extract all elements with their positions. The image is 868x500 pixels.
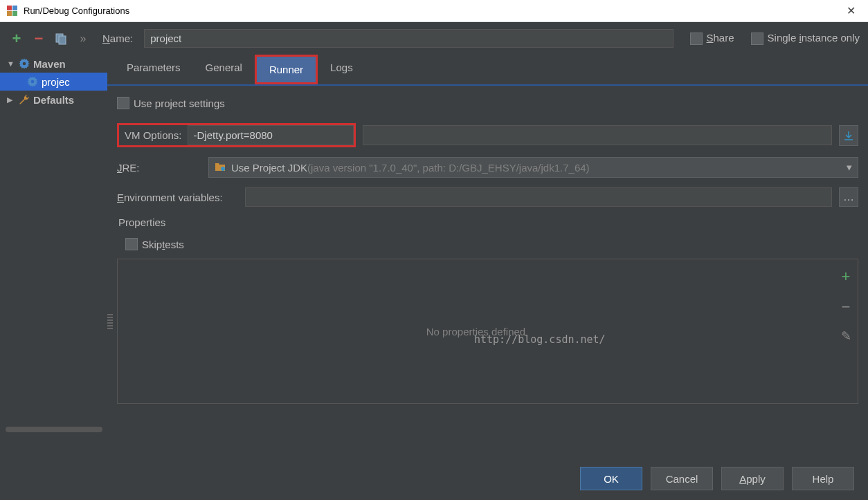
jre-value: Use Project JDK bbox=[231, 162, 307, 174]
app-icon bbox=[7, 6, 18, 17]
properties-empty-label: No properties defined bbox=[118, 259, 834, 403]
tab-logs[interactable]: Logs bbox=[318, 55, 365, 84]
tab-parameters[interactable]: Parameters bbox=[114, 55, 193, 84]
tab-bar: Parameters General Runner Logs bbox=[107, 55, 868, 86]
gear-icon bbox=[18, 57, 30, 70]
gear-icon bbox=[26, 75, 39, 88]
vm-options-label: VM Options: bbox=[119, 125, 188, 145]
copy-config-button[interactable] bbox=[53, 30, 69, 47]
svg-point-7 bbox=[31, 80, 35, 84]
ok-button[interactable]: OK bbox=[580, 467, 642, 490]
use-project-settings-checkbox[interactable]: Use project settings bbox=[117, 97, 858, 109]
chevron-right-icon: ▶ bbox=[7, 95, 17, 104]
sidebar-scrollbar[interactable] bbox=[6, 427, 102, 432]
tree-item-label: Defaults bbox=[33, 94, 74, 106]
expand-vm-button[interactable] bbox=[839, 125, 858, 146]
tree-item-project[interactable]: projec bbox=[0, 73, 107, 91]
chevron-down-icon: ▾ bbox=[847, 161, 852, 174]
tree-item-label: Maven bbox=[33, 58, 66, 70]
vm-options-input[interactable] bbox=[188, 125, 354, 145]
tree-item-maven[interactable]: ▼ Maven bbox=[0, 55, 107, 73]
svg-rect-3 bbox=[12, 11, 17, 16]
config-tree: ▼ Maven projec ▶ Defaults bbox=[0, 55, 107, 500]
add-config-button[interactable]: + bbox=[8, 30, 25, 47]
single-instance-checkbox[interactable]: Single instance only bbox=[751, 32, 860, 45]
window-title: Run/Debug Configurations bbox=[24, 6, 841, 16]
jre-detail: (java version "1.7.0_40", path: D:/GBJ_E… bbox=[307, 162, 590, 174]
config-name-input[interactable] bbox=[144, 29, 673, 48]
chevron-down-icon: ▼ bbox=[7, 59, 17, 68]
tree-item-defaults[interactable]: ▶ Defaults bbox=[0, 91, 107, 109]
svg-point-6 bbox=[23, 62, 26, 66]
add-property-button[interactable]: + bbox=[842, 268, 851, 286]
folder-icon bbox=[215, 162, 226, 174]
remove-property-button[interactable]: − bbox=[842, 298, 851, 316]
config-toolbar: + − » Name: Share Single instance only bbox=[0, 22, 868, 55]
edit-property-button[interactable]: ✎ bbox=[841, 328, 851, 344]
close-icon[interactable]: ✕ bbox=[841, 4, 861, 17]
tree-item-label: projec bbox=[42, 76, 70, 88]
svg-rect-1 bbox=[12, 6, 17, 10]
remove-config-button[interactable]: − bbox=[30, 30, 47, 47]
properties-label: Properties bbox=[118, 216, 858, 228]
share-checkbox[interactable]: Share bbox=[690, 32, 734, 45]
vm-options-input-ext[interactable] bbox=[363, 125, 832, 145]
jre-select[interactable]: Use Project JDK (java version "1.7.0_40"… bbox=[208, 157, 858, 178]
env-label: Environment variables: bbox=[117, 192, 238, 203]
dialog-buttons: OK Cancel Apply Help bbox=[107, 457, 868, 500]
titlebar: Run/Debug Configurations ✕ bbox=[0, 0, 868, 22]
env-variables-input[interactable] bbox=[245, 187, 832, 207]
name-label: Name: bbox=[102, 33, 133, 44]
properties-list: No properties defined + − ✎ bbox=[117, 259, 858, 404]
help-button[interactable]: Help bbox=[792, 467, 854, 490]
env-browse-button[interactable]: … bbox=[839, 187, 858, 207]
cancel-button[interactable]: Cancel bbox=[651, 467, 713, 490]
jre-label: JRE: bbox=[117, 162, 152, 174]
tab-runner[interactable]: Runner bbox=[255, 55, 318, 84]
svg-rect-0 bbox=[7, 6, 12, 10]
svg-rect-5 bbox=[59, 36, 66, 44]
more-chevron-icon[interactable]: » bbox=[75, 30, 91, 47]
skip-tests-checkbox[interactable]: Skip tests bbox=[125, 238, 858, 250]
panel-resize-handle[interactable] bbox=[107, 313, 113, 329]
svg-rect-2 bbox=[7, 11, 12, 16]
svg-point-8 bbox=[221, 167, 225, 171]
runner-panel: Use project settings VM Options: JRE: bbox=[107, 86, 868, 457]
tab-general[interactable]: General bbox=[193, 55, 255, 84]
wrench-icon bbox=[18, 93, 30, 106]
apply-button[interactable]: Apply bbox=[721, 467, 784, 490]
